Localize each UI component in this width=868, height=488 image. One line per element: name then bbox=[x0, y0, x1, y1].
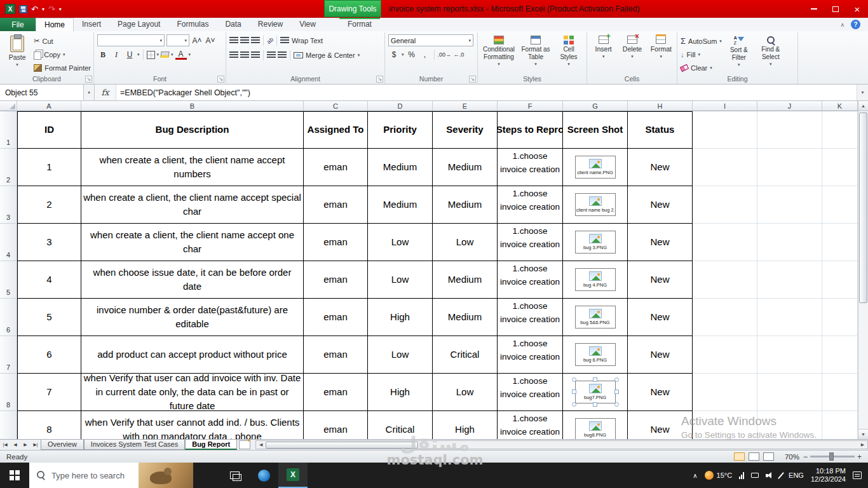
empty-cell[interactable] bbox=[822, 261, 858, 299]
align-bottom-icon[interactable] bbox=[251, 37, 260, 44]
empty-cell[interactable] bbox=[757, 261, 822, 299]
cell-description[interactable]: when create a client, the client name ac… bbox=[81, 186, 304, 224]
sheet-tab-overview[interactable]: Overview bbox=[41, 440, 84, 450]
screenshot-object[interactable]: bug 3.PNG bbox=[575, 231, 616, 253]
selection-handle[interactable] bbox=[614, 390, 619, 394]
undo-dropdown-icon[interactable]: ▾ bbox=[42, 6, 44, 12]
cell-priority[interactable]: High bbox=[368, 299, 433, 336]
row-header[interactable] bbox=[0, 411, 17, 439]
cell-severity[interactable]: Medium bbox=[433, 261, 498, 299]
clear-button[interactable]: Clear ▾ bbox=[681, 62, 722, 74]
percent-style-button[interactable]: % bbox=[406, 49, 417, 60]
screenshot-object[interactable]: bug 4.PNG bbox=[575, 268, 616, 290]
cell-assigned_to[interactable]: eman bbox=[304, 374, 368, 411]
sheet-tab-bug-report[interactable]: Bug Report bbox=[185, 440, 237, 450]
screenshot-object[interactable]: bug7.PNG bbox=[575, 381, 616, 403]
selection-handle[interactable] bbox=[572, 390, 576, 394]
cell-status[interactable]: New bbox=[628, 411, 693, 439]
cell-priority[interactable]: Low bbox=[368, 261, 433, 299]
align-middle-icon[interactable] bbox=[240, 37, 249, 44]
clipboard-dialog-launcher[interactable]: ↘ bbox=[85, 76, 92, 83]
row-header[interactable]: 8 bbox=[0, 374, 17, 411]
column-header-f[interactable]: F bbox=[498, 101, 563, 111]
decrease-indent-icon[interactable] bbox=[267, 51, 276, 58]
notification-center-icon[interactable] bbox=[853, 471, 862, 479]
selection-handle[interactable] bbox=[572, 402, 576, 407]
number-dialog-launcher[interactable]: ↘ bbox=[469, 76, 476, 83]
cell-status[interactable]: New bbox=[628, 149, 693, 186]
empty-cell[interactable] bbox=[822, 149, 858, 186]
taskbar-search[interactable]: Type here to search bbox=[29, 463, 193, 488]
row-header[interactable]: 7 bbox=[0, 336, 17, 374]
cell-status[interactable]: New bbox=[628, 299, 693, 336]
empty-cell[interactable] bbox=[757, 111, 822, 149]
empty-cell[interactable] bbox=[822, 186, 858, 224]
task-view-button[interactable] bbox=[220, 463, 249, 488]
cell-assigned_to[interactable]: eman bbox=[304, 261, 368, 299]
cell-id[interactable]: 8 bbox=[17, 411, 81, 439]
scroll-down-icon[interactable]: ▼ bbox=[858, 429, 868, 439]
underline-button[interactable]: U bbox=[124, 49, 135, 60]
screenshot-object[interactable]: bug 5&6.PNG bbox=[575, 306, 616, 328]
font-color-button[interactable]: A bbox=[175, 50, 187, 60]
column-header-j[interactable]: J bbox=[757, 101, 822, 111]
cell-id[interactable]: 4 bbox=[17, 261, 81, 299]
redo-button[interactable]: ↷ bbox=[48, 5, 55, 13]
network-icon[interactable] bbox=[739, 472, 744, 479]
zoom-slider[interactable]: − + bbox=[803, 452, 862, 461]
name-box-dropdown-icon[interactable]: ▾ bbox=[84, 85, 95, 100]
screenshot-object[interactable]: client name.PNG bbox=[575, 156, 616, 178]
cell-assigned_to[interactable]: eman bbox=[304, 336, 368, 374]
cell-steps[interactable]: 1.choose invoice creation bbox=[498, 186, 563, 224]
decrease-decimal-button[interactable]: ←.0 bbox=[453, 49, 465, 60]
empty-cell[interactable] bbox=[757, 336, 822, 374]
cell-id[interactable]: 7 bbox=[17, 374, 81, 411]
screenshot-object[interactable]: bug8.PNG bbox=[575, 418, 616, 439]
cell-id[interactable]: 6 bbox=[17, 336, 81, 374]
cell-description[interactable]: add product can accept product without p… bbox=[81, 336, 304, 374]
sort-filter-button[interactable]: AZ Sort & Filter ▾ bbox=[724, 34, 754, 74]
zoom-slider-thumb[interactable] bbox=[829, 452, 834, 461]
selection-handle[interactable] bbox=[593, 402, 597, 407]
increase-indent-icon[interactable] bbox=[278, 51, 287, 58]
cell-severity[interactable]: Medium bbox=[433, 299, 498, 336]
tab-review[interactable]: Review bbox=[250, 18, 291, 31]
horizontal-scroll-thumb[interactable] bbox=[266, 442, 418, 449]
cell-description[interactable]: when Verify that user cannot add ind. / … bbox=[81, 411, 304, 439]
autosum-button[interactable]: Σ AutoSum ▾ bbox=[681, 35, 722, 47]
cell-steps[interactable]: 1.choose invoice creation bbox=[498, 336, 563, 374]
cell-status[interactable]: New bbox=[628, 261, 693, 299]
format-painter-button[interactable]: Format Painter bbox=[34, 62, 91, 74]
column-header-c[interactable]: C bbox=[304, 101, 368, 111]
empty-cell[interactable] bbox=[693, 411, 757, 439]
cell-assigned_to[interactable]: eman bbox=[304, 224, 368, 261]
cell-screenshot[interactable]: bug 6.PNG bbox=[563, 336, 628, 374]
empty-cell[interactable] bbox=[693, 299, 757, 336]
row-header[interactable]: 6 bbox=[0, 299, 17, 336]
column-header-e[interactable]: E bbox=[433, 101, 498, 111]
row-header[interactable]: 4 bbox=[0, 224, 17, 261]
align-right-icon[interactable] bbox=[251, 51, 260, 58]
header-cell[interactable]: Status bbox=[628, 111, 693, 149]
page-break-view-button[interactable] bbox=[763, 452, 774, 461]
fill-color-button[interactable] bbox=[160, 51, 169, 58]
previous-sheet-icon[interactable]: ◀ bbox=[10, 442, 20, 447]
empty-cell[interactable] bbox=[757, 224, 822, 261]
row-header[interactable]: 1 bbox=[0, 111, 17, 149]
vertical-scrollbar[interactable]: ▲ ▼ bbox=[858, 101, 868, 439]
conditional-formatting-button[interactable]: Conditional Formatting ▾ bbox=[481, 34, 517, 74]
cell-styles-button[interactable]: Cell Styles ▾ bbox=[555, 34, 583, 74]
next-sheet-icon[interactable]: ▶ bbox=[20, 442, 31, 447]
zoom-in-icon[interactable]: + bbox=[857, 452, 862, 461]
excel-taskbar-button[interactable]: X bbox=[278, 463, 308, 488]
wrap-text-button[interactable]: Wrap Text bbox=[280, 34, 323, 46]
header-cell[interactable]: Bug Description bbox=[81, 111, 304, 149]
cell-severity[interactable]: Low bbox=[433, 224, 498, 261]
find-select-button[interactable]: Find & Select ▾ bbox=[756, 34, 785, 74]
clock[interactable]: 10:18 PM 12/23/2024 bbox=[811, 467, 846, 484]
cell-id[interactable]: 5 bbox=[17, 299, 81, 336]
cell-id[interactable]: 1 bbox=[17, 149, 81, 186]
align-center-icon[interactable] bbox=[240, 51, 249, 58]
weather-widget[interactable]: 15°C bbox=[705, 471, 733, 480]
cell-id[interactable]: 2 bbox=[17, 186, 81, 224]
